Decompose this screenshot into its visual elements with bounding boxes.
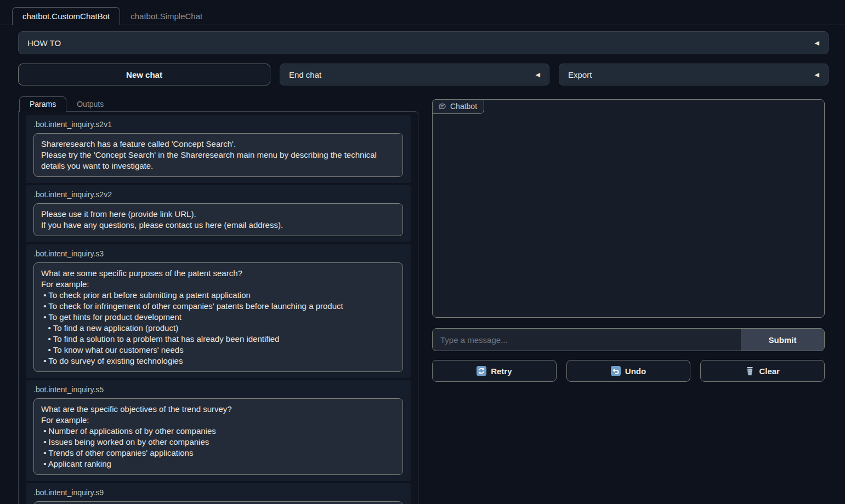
tab-simple-chat[interactable]: chatbot.SimpleChat [120, 7, 213, 25]
message-input-group: Submit [432, 328, 825, 351]
end-chat-accordion[interactable]: End chat ◀ [280, 64, 549, 85]
clear-button[interactable]: Clear [700, 360, 825, 382]
message-input[interactable] [433, 329, 741, 351]
trash-icon [745, 366, 755, 376]
speech-bubble-icon [438, 102, 446, 111]
param-field-label: .bot.intent_inquiry.s3 [33, 249, 403, 259]
params-tabbar: Params Outputs [18, 96, 418, 111]
undo-icon [611, 366, 621, 376]
export-accordion[interactable]: Export ◀ [559, 64, 829, 85]
param-field-textarea[interactable]: Please use it from here (provide link UR… [33, 203, 403, 236]
chevron-left-icon: ◀ [536, 72, 540, 78]
chatbot-panel-label: Chatbot [450, 102, 477, 111]
param-field: .bot.intent_inquiry.s5 What are the spec… [26, 380, 411, 481]
chatbot-panel-header: Chatbot [432, 99, 484, 114]
param-field-textarea[interactable]: Shareresearch has a feature called 'Conc… [33, 133, 403, 177]
chevron-left-icon: ◀ [815, 72, 819, 78]
howto-accordion[interactable]: HOW TO ◀ [18, 31, 829, 54]
param-field-label: .bot.intent_inquiry.s2v1 [33, 120, 403, 129]
retry-button-label: Retry [491, 366, 512, 376]
chat-column: Chatbot Submit Retry [426, 96, 829, 382]
submit-button[interactable]: Submit [741, 329, 824, 351]
clear-button-label: Clear [759, 366, 780, 376]
export-accordion-label: Export [568, 70, 592, 79]
param-field-textarea[interactable] [33, 501, 403, 504]
end-chat-accordion-label: End chat [289, 70, 321, 79]
tab-params[interactable]: Params [19, 96, 66, 112]
param-field-label: .bot.intent_inquiry.s9 [33, 488, 403, 497]
undo-button[interactable]: Undo [566, 360, 691, 382]
undo-button-label: Undo [625, 366, 646, 376]
retry-icon [477, 366, 486, 376]
param-field: .bot.intent_inquiry.s9 [26, 483, 411, 504]
howto-accordion-label: HOW TO [27, 38, 61, 48]
toolbar-row: New chat End chat ◀ Export ◀ [18, 64, 829, 85]
chat-actions-row: Retry Undo [432, 360, 825, 382]
param-field: .bot.intent_inquiry.s2v1 Shareresearch h… [26, 115, 411, 183]
new-chat-button[interactable]: New chat [18, 64, 270, 85]
tab-outputs[interactable]: Outputs [66, 96, 114, 112]
param-field: .bot.intent_inquiry.s3 What are some spe… [26, 244, 411, 378]
param-field-textarea[interactable]: What are the specific objectives of the … [33, 398, 403, 475]
param-field-textarea[interactable]: What are some specific purposes of the p… [33, 262, 403, 372]
params-panel: .bot.intent_inquiry.s2v1 Shareresearch h… [18, 111, 418, 504]
chatbot-panel: Chatbot [432, 99, 825, 318]
param-field-label: .bot.intent_inquiry.s5 [33, 385, 403, 394]
main-columns: Params Outputs .bot.intent_inquiry.s2v1 … [18, 96, 829, 504]
param-field: .bot.intent_inquiry.s2v2 Please use it f… [26, 185, 411, 242]
param-field-label: .bot.intent_inquiry.s2v2 [33, 190, 403, 199]
retry-button[interactable]: Retry [432, 360, 557, 382]
params-column: Params Outputs .bot.intent_inquiry.s2v1 … [18, 96, 418, 504]
main-tabbar: chatbot.CustomChatBot chatbot.SimpleChat [0, 0, 845, 25]
page-content: HOW TO ◀ New chat End chat ◀ Export ◀ Pa… [0, 25, 845, 504]
tab-custom-chatbot[interactable]: chatbot.CustomChatBot [12, 7, 120, 25]
chevron-left-icon: ◀ [815, 40, 819, 46]
